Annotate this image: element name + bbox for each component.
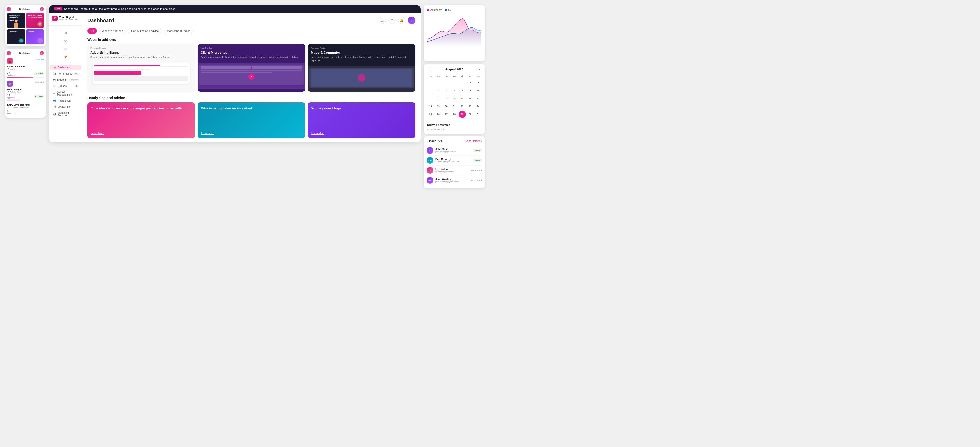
cal-day-1[interactable]: 1 [458, 79, 466, 86]
cal-day-23[interactable]: 23 [466, 102, 474, 110]
no-activities-text: No activities yet. [427, 128, 482, 131]
cal-day-26[interactable]: 26 [434, 110, 442, 118]
sidebar-item-dashboard[interactable]: ⊞ Dashboard [50, 65, 81, 70]
tab-marketing-bundles[interactable]: Marketing Bundles [164, 28, 193, 34]
cal-day-20[interactable]: 20 [442, 102, 450, 110]
sidebar-item-content[interactable]: ✏ Content Management [50, 89, 81, 97]
cv-name-2: Liz Harten [435, 168, 469, 171]
cal-prev-btn[interactable]: ‹ [427, 67, 432, 72]
sidebar-item-performance[interactable]: 📊 Performance Adv. [50, 71, 81, 77]
badge-today-0: +4 today [34, 72, 44, 75]
tab-website-addons[interactable]: Website Add-ons [99, 28, 126, 34]
sidebar-brand-logo: V [52, 16, 58, 21]
cal-day-14[interactable]: 14 [450, 94, 458, 102]
sidebar-icon-pin[interactable]: 📌 [63, 55, 68, 60]
cal-day-17[interactable]: 17 [474, 94, 482, 102]
cal-day-25[interactable]: 25 [427, 110, 434, 118]
cal-day-5[interactable]: 5 [434, 86, 442, 94]
sidebar-brand: V Venn Digital Large Business Plan [52, 16, 79, 21]
badge-today-1: +2 today [34, 95, 44, 98]
cal-day-4[interactable]: 4 [427, 86, 434, 94]
sidebar-item-marketing[interactable]: 📢 Marketing Services [50, 110, 81, 118]
clock-icon-btn[interactable]: ⏱ [388, 17, 396, 24]
cal-day-19[interactable]: 19 [434, 102, 442, 110]
sidebar-icon-book[interactable]: 📖 [63, 46, 68, 52]
grid-cell-essentials: Essentials [7, 29, 25, 45]
bell-icon-btn[interactable]: 🔔 [398, 17, 405, 24]
cal-day-18[interactable]: 18 [427, 102, 434, 110]
calendar-nav: ‹ August 2024 › [427, 67, 482, 72]
main-dashboard: NEW Dashboard Update: Find all the lates… [49, 5, 421, 142]
job-item-1: 🎨 3 days left Web Designer 📍 Alderley Pa… [7, 80, 44, 102]
addon-img-2 [308, 66, 415, 92]
tip-link-2[interactable]: Learn More [311, 132, 412, 135]
cvs-title: Latest CVs [427, 139, 442, 143]
cal-day-12[interactable]: 12 [434, 94, 442, 102]
tab-handy-tips[interactable]: Handy tips and advice [128, 28, 162, 34]
cal-day-31[interactable]: 31 [474, 110, 482, 118]
sidebar-item-blueprint[interactable]: 🗺 Blueprint Campaign [50, 77, 81, 83]
calendar-month: August 2024 [445, 68, 463, 71]
job-icon-0: 💼 [7, 58, 13, 64]
main-header: Dashboard 💬 ⏱ 🔔 JL [87, 17, 415, 24]
cal-day-11[interactable]: 11 [427, 94, 434, 102]
sidebar-item-marketing-label: Marketing Services [58, 111, 78, 117]
applicants-count-1: 12 [7, 94, 15, 97]
cal-day-10[interactable]: 10 [474, 86, 482, 94]
sidebar-item-performance-label: Performance [58, 72, 72, 75]
sidebar-icon-settings[interactable]: ⚙ [63, 38, 68, 43]
cal-day-21[interactable]: 21 [450, 102, 458, 110]
left-panel: Dashboard JL Increase your Candidates en… [5, 5, 46, 118]
addon-badge-1: New Product [200, 47, 302, 49]
cal-day-28[interactable]: 28 [450, 110, 458, 118]
cal-next-btn[interactable]: › [477, 67, 482, 72]
mobile-card-top: Dashboard JL Increase your Candidates en… [5, 5, 46, 46]
tip-content-1: Why is using video so important Learn Mo… [197, 102, 305, 138]
user-avatar[interactable]: JL [408, 17, 415, 24]
mobile-header-jobs: Dashboard JL [7, 51, 44, 55]
cal-day-30[interactable]: 30 [466, 110, 474, 118]
sidebar-item-reports[interactable]: 📄 Reports 8 [50, 83, 81, 89]
cvs-library-link[interactable]: Go to Library > [465, 140, 482, 142]
media-icon: 🖼 [53, 105, 56, 108]
tip-link-1[interactable]: Learn More [201, 132, 302, 135]
progress-fill-1 [7, 100, 20, 101]
website-addons-title: Website add-ons [87, 38, 415, 42]
chat-icon-btn[interactable]: 💬 [379, 17, 386, 24]
tip-link-0[interactable]: Learn More [91, 132, 191, 135]
cal-day-2[interactable]: 2 [466, 79, 474, 86]
cv-avatar-3: JW [427, 177, 433, 184]
applicants-row-0: 37 Applicants +4 today [7, 71, 44, 76]
cv-email-3: jane_washer@yahoo.com [435, 180, 469, 183]
activities-title: Today's Activities [427, 123, 482, 126]
cal-day-6[interactable]: 6 [442, 86, 450, 94]
addon-title-1: Client Microsites [200, 51, 302, 54]
cal-day-15[interactable]: 15 [458, 94, 466, 102]
sidebar-item-recruitment[interactable]: 👥 Recruitment [50, 98, 81, 104]
mobile-logo-top [7, 7, 11, 11]
grid-cell-text-4: Support [27, 31, 35, 33]
sidebar: V Venn Digital Large Business Plan ⊞ ⚙ 📖… [49, 13, 82, 142]
cal-day-8[interactable]: 8 [458, 86, 466, 94]
tab-all[interactable]: All [87, 28, 97, 34]
main-content: Dashboard 💬 ⏱ 🔔 JL All Website Add-ons H… [82, 13, 421, 142]
cal-day-27[interactable]: 27 [442, 110, 450, 118]
cal-day-22[interactable]: 22 [458, 102, 466, 110]
addon-desc-0: Drive engagement for your core clients w… [90, 56, 192, 59]
cal-day-16[interactable]: 16 [466, 94, 474, 102]
content-icon: ✏ [53, 92, 56, 95]
addon-desc-2: Increase the quality and volume of your … [311, 56, 412, 62]
cal-day-29[interactable]: 29 [458, 110, 466, 118]
cal-day-3[interactable]: 3 [474, 79, 482, 86]
cal-empty-3 [442, 79, 450, 86]
sidebar-icon-grid[interactable]: ⊞ [63, 30, 68, 35]
sidebar-item-media[interactable]: 🖼 Media Hub [50, 104, 81, 110]
cal-day-24[interactable]: 24 [474, 102, 482, 110]
cal-day-13[interactable]: 13 [442, 94, 450, 102]
job-title-2: Entry Level Recruiter [7, 104, 44, 106]
cal-day-7[interactable]: 7 [450, 86, 458, 94]
cal-header-mo: Mo [434, 75, 442, 78]
cal-day-9[interactable]: 9 [466, 86, 474, 94]
cv-name-3: Jane Washer [435, 178, 469, 180]
mobile-avatar-top: JL [40, 7, 44, 11]
